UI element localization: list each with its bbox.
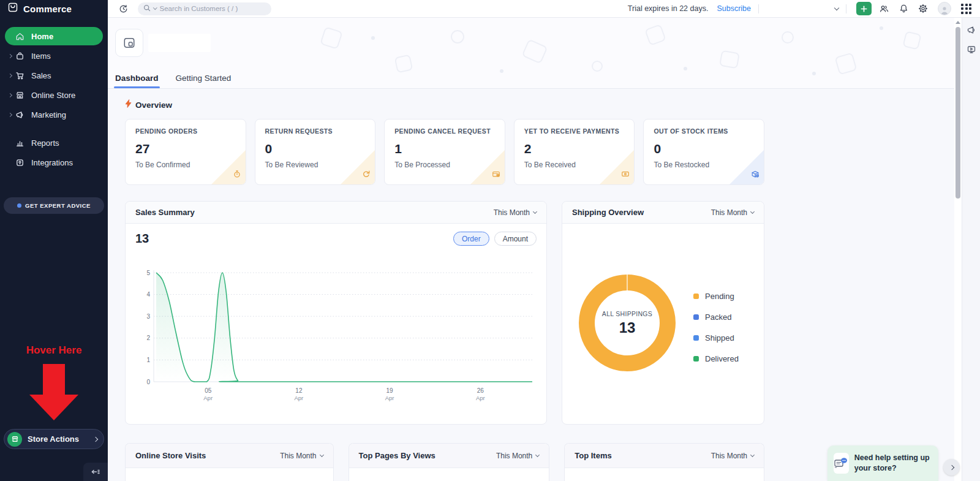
sidebar-item-reports[interactable]: Reports bbox=[5, 134, 103, 152]
legend-item-delivered[interactable]: Delivered bbox=[693, 354, 739, 363]
shipping-overview-title: Shipping Overview bbox=[572, 208, 644, 217]
search-scope-chevron-icon[interactable] bbox=[153, 6, 157, 9]
overview-cards: PENDING ORDERS 27 To Be Confirmed RETURN… bbox=[125, 119, 764, 185]
sales-summary-title: Sales Summary bbox=[135, 208, 195, 217]
trial-expiry-text: Trial expires in 22 days. bbox=[628, 4, 709, 13]
expert-advice-label: GET EXPERT ADVICE bbox=[25, 202, 91, 209]
search-icon bbox=[143, 3, 151, 14]
card-yet-to-receive-payments[interactable]: YET TO RECEIVE PAYMENTS 2 To Be Received bbox=[514, 119, 635, 185]
account-selector-redacted[interactable] bbox=[766, 2, 839, 15]
toggle-order[interactable]: Order bbox=[453, 232, 489, 246]
legend-item-shipped[interactable]: Shipped bbox=[693, 333, 739, 343]
sidebar-item-label: Sales bbox=[31, 71, 51, 80]
main-content: Dashboard Getting Started Overview PENDI… bbox=[108, 18, 954, 481]
svg-text:Apr: Apr bbox=[203, 395, 213, 401]
sidebar: Commerce Home Items Sales Online Store M… bbox=[0, 0, 108, 481]
bar-chart-icon bbox=[15, 138, 25, 148]
storefront-badge-icon bbox=[7, 432, 22, 447]
items-period-dropdown[interactable]: This Month bbox=[711, 452, 754, 460]
sidebar-item-sales[interactable]: Sales bbox=[5, 66, 103, 85]
pages-period-dropdown[interactable]: This Month bbox=[496, 452, 539, 460]
order-amount-toggle: Order Amount bbox=[453, 232, 537, 246]
global-search[interactable] bbox=[138, 2, 271, 15]
help-chat-bubble[interactable]: Need help setting up your store? bbox=[827, 445, 938, 481]
user-avatar[interactable] bbox=[938, 2, 951, 15]
svg-text:1: 1 bbox=[146, 357, 150, 363]
visits-period-dropdown[interactable]: This Month bbox=[280, 452, 323, 460]
video-tutorials-icon[interactable] bbox=[967, 45, 976, 55]
help-bubble-text: Need help setting up your store? bbox=[854, 453, 932, 474]
legend-item-packed[interactable]: Packed bbox=[693, 312, 739, 322]
toggle-amount[interactable]: Amount bbox=[494, 232, 537, 246]
chevron-right-icon bbox=[93, 436, 98, 441]
svg-text:12: 12 bbox=[295, 387, 303, 394]
legend-item-pending[interactable]: Pending bbox=[693, 292, 739, 301]
sidebar-item-online-store[interactable]: Online Store bbox=[5, 86, 103, 104]
overview-title: Overview bbox=[135, 100, 172, 110]
store-logo[interactable] bbox=[115, 29, 143, 57]
scrollbar-thumb[interactable] bbox=[956, 27, 960, 199]
svg-text:2: 2 bbox=[146, 335, 150, 341]
card-title: PENDING ORDERS bbox=[135, 127, 236, 135]
shipping-overview-card: Shipping Overview This Month ALL SHIPPIN… bbox=[562, 201, 764, 425]
notifications-bell-icon[interactable] bbox=[899, 4, 908, 13]
svg-text:05: 05 bbox=[205, 387, 212, 394]
payment-icon bbox=[621, 170, 630, 181]
announcements-megaphone-icon[interactable] bbox=[967, 25, 976, 35]
topbar: Trial expires in 22 days. Subscribe bbox=[108, 0, 980, 18]
settings-gear-icon[interactable] bbox=[918, 4, 928, 13]
period-value: This Month bbox=[496, 452, 532, 460]
legend-label: Packed bbox=[705, 312, 731, 322]
sidebar-item-marketing[interactable]: Marketing bbox=[5, 105, 103, 124]
shipping-period-dropdown[interactable]: This Month bbox=[711, 208, 754, 217]
sidebar-item-home[interactable]: Home bbox=[5, 27, 103, 45]
top-items-card: Top Items This Month bbox=[564, 443, 764, 481]
megaphone-icon bbox=[15, 110, 25, 119]
next-page-button[interactable] bbox=[943, 459, 960, 475]
stopwatch-icon bbox=[233, 170, 241, 181]
subscribe-link[interactable]: Subscribe bbox=[717, 4, 751, 13]
card-title: RETURN REQUESTS bbox=[265, 127, 366, 135]
period-value: This Month bbox=[711, 208, 747, 217]
restock-box-icon bbox=[751, 170, 760, 181]
svg-text:4: 4 bbox=[146, 291, 150, 298]
sidebar-item-items[interactable]: Items bbox=[5, 47, 103, 65]
presence-dot-icon bbox=[17, 203, 21, 208]
store-actions-button[interactable]: Store Actions bbox=[4, 429, 104, 449]
store-name-redacted bbox=[148, 34, 211, 52]
sidebar-item-label: Marketing bbox=[31, 110, 66, 119]
legend-label: Pending bbox=[705, 292, 734, 301]
legend-swatch-pending bbox=[693, 294, 699, 299]
sidebar-nav: Home Items Sales Online Store Marketing … bbox=[0, 27, 108, 172]
chevron-down-icon bbox=[320, 452, 324, 456]
quick-add-button[interactable] bbox=[856, 2, 872, 15]
legend-swatch-delivered bbox=[693, 356, 699, 362]
legend-label: Delivered bbox=[705, 354, 739, 363]
sales-period-dropdown[interactable]: This Month bbox=[494, 208, 537, 217]
collapse-sidebar-button[interactable] bbox=[83, 463, 108, 481]
cancel-order-icon bbox=[492, 170, 500, 181]
recent-activity-icon[interactable] bbox=[119, 4, 128, 13]
card-pending-orders[interactable]: PENDING ORDERS 27 To Be Confirmed bbox=[125, 119, 246, 185]
users-icon[interactable] bbox=[879, 4, 889, 13]
card-out-of-stock-items[interactable]: OUT OF STOCK ITEMS 0 To Be Restocked bbox=[643, 119, 764, 185]
red-down-arrow-annotation bbox=[29, 364, 78, 420]
search-input[interactable] bbox=[160, 5, 246, 12]
scroll-up-arrow-icon[interactable] bbox=[956, 21, 960, 24]
get-expert-advice-button[interactable]: GET EXPERT ADVICE bbox=[4, 197, 104, 214]
tab-getting-started[interactable]: Getting Started bbox=[176, 74, 232, 88]
card-pending-cancel-request[interactable]: PENDING CANCEL REQUEST 1 To Be Processed bbox=[384, 119, 505, 185]
tab-dashboard[interactable]: Dashboard bbox=[115, 74, 159, 88]
chevron-down-icon bbox=[834, 5, 839, 10]
dashboard-tabs: Dashboard Getting Started bbox=[115, 74, 231, 88]
storefront-icon bbox=[15, 91, 25, 100]
card-return-requests[interactable]: RETURN REQUESTS 0 To Be Reviewed bbox=[255, 119, 376, 185]
sidebar-item-integrations[interactable]: Integrations bbox=[5, 153, 103, 172]
apps-grid-icon[interactable] bbox=[961, 4, 971, 14]
vertical-scrollbar[interactable] bbox=[954, 18, 962, 481]
online-store-visits-card: Online Store Visits This Month bbox=[125, 443, 334, 481]
shipping-donut-chart: ALL SHIPPINGS 13 bbox=[573, 269, 681, 377]
lightning-bolt-icon bbox=[125, 99, 132, 110]
top-pages-by-views-card: Top Pages By Views This Month bbox=[349, 443, 550, 481]
app-logo[interactable]: Commerce bbox=[0, 0, 108, 17]
